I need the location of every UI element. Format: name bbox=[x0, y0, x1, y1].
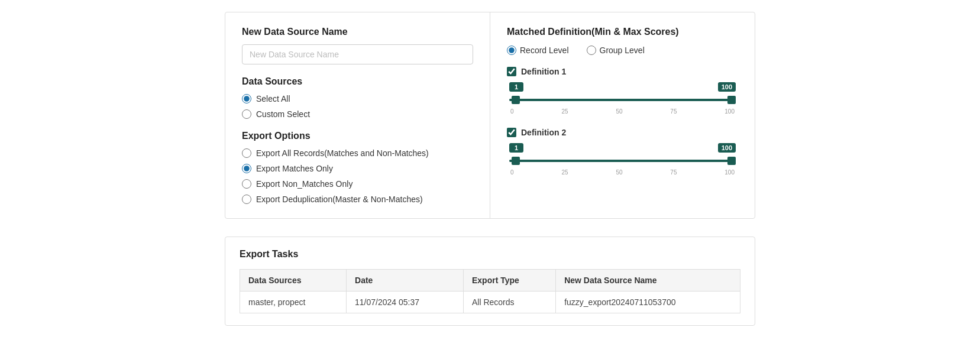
new-data-source-section: New Data Source Name bbox=[242, 27, 473, 76]
data-sources-title: Data Sources bbox=[242, 76, 473, 87]
level-row: Record Level Group Level bbox=[507, 46, 738, 55]
radio-export-dedup-input[interactable] bbox=[242, 195, 251, 204]
right-panel: Matched Definition(Min & Max Scores) Rec… bbox=[490, 12, 755, 218]
definition-2-track-area bbox=[509, 155, 736, 167]
col-new-name: New Data Source Name bbox=[556, 270, 740, 292]
definition-1-checkbox[interactable] bbox=[507, 67, 516, 76]
definition-2-min-badge: 1 bbox=[509, 143, 523, 153]
table-row: master, propect 11/07/2024 05:37 All Rec… bbox=[240, 292, 740, 313]
definition-1-slider-container: 1 100 0 25 50 75 100 bbox=[507, 82, 738, 115]
tick2-25: 25 bbox=[561, 169, 568, 176]
cell-new-name: fuzzy_export20240711053700 bbox=[556, 292, 740, 313]
definition-2-slider-container: 1 100 0 25 50 75 100 bbox=[507, 143, 738, 176]
cell-export-type: All Records bbox=[463, 292, 555, 313]
definition-1-ticks: 0 25 50 75 100 bbox=[509, 108, 736, 115]
tick2-50: 50 bbox=[616, 169, 622, 176]
data-sources-section: Data Sources Select All Custom Select bbox=[242, 76, 473, 119]
export-options-section: Export Options Export All Records(Matche… bbox=[242, 131, 473, 204]
tick2-0: 0 bbox=[510, 169, 514, 176]
definition-1-track-area bbox=[509, 94, 736, 106]
data-sources-radio-group: Select All Custom Select bbox=[242, 94, 473, 119]
radio-export-non-matches-label: Export Non_Matches Only bbox=[256, 179, 352, 189]
tick-100: 100 bbox=[725, 108, 735, 115]
radio-record-level-label: Record Level bbox=[520, 46, 569, 55]
radio-export-dedup[interactable]: Export Deduplication(Master & Non-Matche… bbox=[242, 195, 473, 204]
definition-2-block: Definition 2 1 100 0 25 bbox=[507, 128, 738, 176]
matched-definition-title: Matched Definition(Min & Max Scores) bbox=[507, 27, 738, 37]
radio-custom-select-label: Custom Select bbox=[256, 109, 310, 119]
export-options-title: Export Options bbox=[242, 131, 473, 141]
tick-0: 0 bbox=[510, 108, 514, 115]
radio-group-level-input[interactable] bbox=[587, 46, 596, 55]
definition-1-block: Definition 1 1 100 0 25 bbox=[507, 67, 738, 115]
tick2-75: 75 bbox=[670, 169, 677, 176]
definition-2-header: Definition 2 bbox=[507, 128, 738, 137]
radio-group-level-label: Group Level bbox=[600, 46, 645, 55]
definition-2-checkbox[interactable] bbox=[507, 128, 516, 137]
export-options-group: Export All Records(Matches and Non-Match… bbox=[242, 148, 473, 204]
tick-50: 50 bbox=[616, 108, 622, 115]
export-tasks-section: Export Tasks Data Sources Date Export Ty… bbox=[225, 237, 755, 326]
export-tasks-title: Export Tasks bbox=[240, 249, 740, 260]
radio-select-all-label: Select All bbox=[256, 94, 290, 103]
radio-select-all-input[interactable] bbox=[242, 94, 251, 103]
radio-export-dedup-label: Export Deduplication(Master & Non-Matche… bbox=[256, 195, 423, 204]
table-body: master, propect 11/07/2024 05:37 All Rec… bbox=[240, 292, 740, 313]
radio-export-matches-input[interactable] bbox=[242, 164, 251, 173]
new-data-source-title: New Data Source Name bbox=[242, 27, 473, 37]
definition-2-max-badge: 100 bbox=[718, 143, 736, 153]
table-header: Data Sources Date Export Type New Data S… bbox=[240, 270, 740, 292]
radio-group-level[interactable]: Group Level bbox=[587, 46, 645, 55]
top-section: New Data Source Name Data Sources Select… bbox=[225, 12, 755, 219]
left-panel: New Data Source Name Data Sources Select… bbox=[225, 12, 490, 218]
definition-1-max-badge: 100 bbox=[718, 82, 736, 92]
radio-export-non-matches[interactable]: Export Non_Matches Only bbox=[242, 179, 473, 189]
table-header-row: Data Sources Date Export Type New Data S… bbox=[240, 270, 740, 292]
definition-1-min-badge: 1 bbox=[509, 82, 523, 92]
col-date: Date bbox=[347, 270, 464, 292]
definition-1-values-row: 1 100 bbox=[509, 82, 736, 92]
radio-custom-select[interactable]: Custom Select bbox=[242, 109, 473, 119]
definition-2-max-slider[interactable] bbox=[509, 160, 736, 162]
cell-data-sources: master, propect bbox=[240, 292, 347, 313]
radio-custom-select-input[interactable] bbox=[242, 109, 251, 119]
radio-export-all[interactable]: Export All Records(Matches and Non-Match… bbox=[242, 148, 473, 158]
page-wrapper: New Data Source Name Data Sources Select… bbox=[0, 0, 980, 338]
definition-2-label: Definition 2 bbox=[521, 128, 566, 137]
col-data-sources: Data Sources bbox=[240, 270, 347, 292]
tick-75: 75 bbox=[670, 108, 677, 115]
tick2-100: 100 bbox=[725, 169, 735, 176]
radio-export-all-input[interactable] bbox=[242, 148, 251, 158]
radio-export-matches[interactable]: Export Matches Only bbox=[242, 164, 473, 173]
cell-date: 11/07/2024 05:37 bbox=[347, 292, 464, 313]
radio-record-level[interactable]: Record Level bbox=[507, 46, 569, 55]
radio-export-non-matches-input[interactable] bbox=[242, 179, 251, 189]
radio-select-all[interactable]: Select All bbox=[242, 94, 473, 103]
definition-1-max-slider[interactable] bbox=[509, 99, 736, 101]
radio-export-all-label: Export All Records(Matches and Non-Match… bbox=[256, 148, 429, 158]
tick-25: 25 bbox=[561, 108, 568, 115]
radio-export-matches-label: Export Matches Only bbox=[256, 164, 333, 173]
definition-2-ticks: 0 25 50 75 100 bbox=[509, 169, 736, 176]
definition-2-values-row: 1 100 bbox=[509, 143, 736, 153]
radio-record-level-input[interactable] bbox=[507, 46, 516, 55]
export-tasks-table: Data Sources Date Export Type New Data S… bbox=[240, 269, 740, 313]
new-data-source-input[interactable] bbox=[242, 44, 473, 64]
col-export-type: Export Type bbox=[463, 270, 555, 292]
definition-1-header: Definition 1 bbox=[507, 67, 738, 76]
definition-1-label: Definition 1 bbox=[521, 67, 566, 76]
